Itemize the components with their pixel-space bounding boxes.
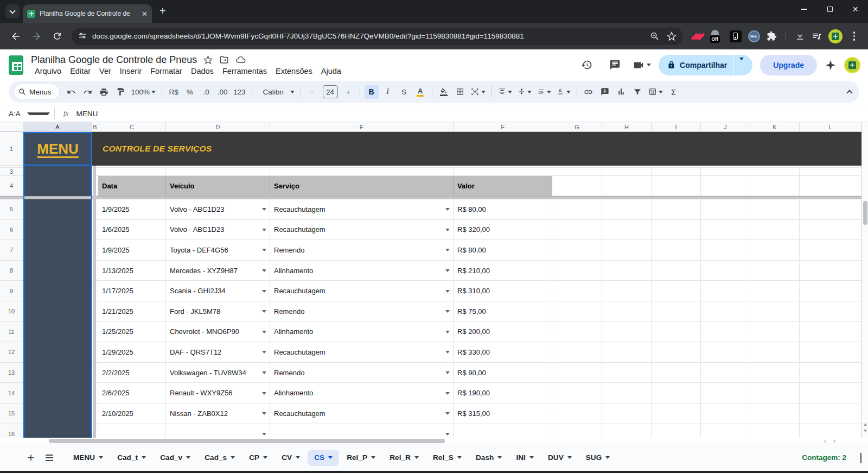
cell-h7[interactable] [602,240,652,261]
browser-menu-icon[interactable] [849,31,860,41]
cell-c3[interactable] [98,168,166,176]
cell-a12[interactable] [23,342,92,363]
sheet-tab-cs[interactable]: CS [308,450,339,466]
cell-l13[interactable] [800,363,861,383]
cell-a16[interactable] [23,424,92,438]
row-header-3[interactable]: 3 [0,168,23,176]
format-currency-button[interactable]: R$ [167,85,181,99]
cell-date-16[interactable] [98,424,166,438]
dropdown-arrow-icon[interactable] [262,371,266,374]
cell-a3[interactable] [23,168,92,176]
horizontal-align-button[interactable] [496,85,514,99]
sheet-tab-dash[interactable]: Dash [469,450,508,466]
dropdown-arrow-icon[interactable] [445,412,450,415]
cell-date-12[interactable]: 1/29/2025 [98,342,166,363]
cell-j14[interactable] [701,383,750,403]
cell-i16[interactable] [652,424,701,438]
cell-k16[interactable] [750,424,800,438]
cell-j4[interactable] [701,176,750,196]
row-header-13[interactable]: 13 [0,363,23,383]
dropdown-arrow-icon[interactable] [445,249,450,251]
cell-l5[interactable] [800,199,861,220]
insert-link-button[interactable] [582,85,596,99]
meet-button[interactable] [633,59,651,71]
row-header-7[interactable]: 7 [0,240,23,261]
header-servico[interactable]: Serviço [270,176,454,196]
cell-value-6[interactable]: R$ 320,00 [454,220,552,241]
cell-value-14[interactable]: R$ 190,00 [454,383,552,403]
cell-k6[interactable] [750,220,800,241]
cell-g14[interactable] [552,383,602,403]
cell-date-5[interactable]: 1/9/2025 [98,199,166,220]
share-button[interactable]: Compartilhar [659,55,752,75]
cell-a6[interactable] [23,220,92,241]
cell-service-11[interactable]: Alinhamento [270,322,454,343]
cell-service-6[interactable]: Recauchutagem [270,220,454,241]
cell-h5[interactable] [602,199,652,220]
cell-i10[interactable] [652,301,701,322]
dropdown-arrow-icon[interactable] [262,249,266,251]
column-header-j[interactable]: J [701,122,750,132]
share-dropdown[interactable] [734,60,749,70]
cell-l12[interactable] [800,342,861,363]
cell-h6[interactable] [602,220,652,241]
cell-j9[interactable] [701,281,750,301]
cell-i9[interactable] [652,281,701,301]
cell-vehicle-14[interactable]: Renault - WXY9Z56 [166,383,270,403]
menu-editar[interactable]: Editar [66,66,94,76]
cell-date-10[interactable]: 1/21/2025 [98,301,166,322]
cell-a13[interactable] [23,363,92,383]
cell-value-13[interactable]: R$ 90,00 [454,363,552,383]
select-all-corner[interactable] [0,122,23,132]
document-title[interactable]: Planilha Google de Controle de Pneus [31,54,197,66]
row-header-9[interactable]: 9 [0,281,23,301]
cell-a7[interactable] [23,240,92,261]
row-header-1[interactable]: 1 [0,132,23,166]
header-data[interactable]: Data [98,176,166,196]
cell-i3[interactable] [652,168,701,176]
cell-k5[interactable] [750,199,800,220]
dropdown-arrow-icon[interactable] [262,208,266,211]
menu-ver[interactable]: Ver [95,66,115,76]
sheet-tab-cp[interactable]: CP [242,450,274,466]
cell-h8[interactable] [602,261,652,281]
dropdown-arrow-icon[interactable] [445,290,450,293]
row-header-16[interactable]: 16 [0,424,23,438]
borders-button[interactable] [453,85,467,99]
dropdown-arrow-icon[interactable] [445,269,450,272]
decrease-font-size-button[interactable]: − [305,85,320,99]
column-header-a[interactable]: A [23,122,92,132]
cell-vehicle-9[interactable]: Scania - GHI2J34 [166,281,270,301]
cell-service-8[interactable]: Alinhamento [270,261,454,281]
cell-j8[interactable] [701,261,750,281]
cell-j11[interactable] [701,322,750,343]
cell-date-13[interactable]: 2/2/2025 [98,363,166,383]
cell-vehicle-5[interactable]: Volvo - ABC1D23 [166,199,270,220]
cell-i4[interactable] [652,176,701,196]
cell-a14[interactable] [23,383,92,403]
dropdown-arrow-icon[interactable] [262,269,266,272]
add-sheet-button[interactable]: + [22,449,40,467]
sheet-tab-cad_t[interactable]: Cad_t [111,450,152,466]
column-header-f[interactable]: F [454,122,552,132]
cell-j16[interactable] [701,424,750,438]
dropdown-arrow-icon[interactable] [445,351,450,354]
cell-h4[interactable] [602,176,652,196]
sheet-tab-rel_r[interactable]: Rel_R [383,450,425,466]
reload-button[interactable] [48,28,66,45]
print-button[interactable] [97,85,111,99]
row-header-4[interactable]: 4 [0,176,23,196]
bookmark-star-icon[interactable] [667,31,676,41]
font-select[interactable]: Calibri [257,85,296,99]
menu-ferramentas[interactable]: Ferramentas [219,66,271,76]
vertical-scrollbar[interactable] [861,122,868,438]
cell-h9[interactable] [602,281,652,301]
cell-k11[interactable] [750,322,800,343]
cell-a10[interactable] [23,301,92,322]
cell-i5[interactable] [652,199,701,220]
cell-j10[interactable] [701,301,750,322]
cell-date-11[interactable]: 1/25/2025 [98,322,166,343]
cell-i7[interactable] [652,240,701,261]
scroll-down-icon[interactable] [864,430,867,432]
cell-k8[interactable] [750,261,800,281]
